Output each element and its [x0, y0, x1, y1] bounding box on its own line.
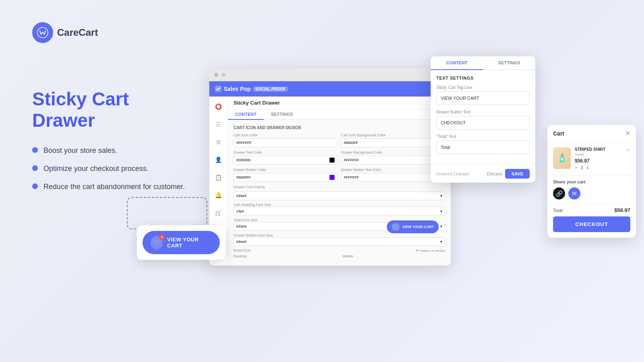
color-fields-row1: Cart Icon Color #FFFFFF Cart Icon Backgr…: [233, 133, 445, 147]
cart-drawer-title: Cart: [553, 130, 564, 137]
share-icon-email[interactable]: ✉: [568, 187, 580, 200]
product-remove[interactable]: ✕: [626, 147, 630, 170]
small-cart-btn[interactable]: 🛒 VIEW YOUR CART: [387, 220, 439, 233]
sidebar-icon-4[interactable]: 👤: [213, 154, 224, 165]
cart-icon-bg-label: Cart Icon Background Color: [341, 133, 445, 137]
color-fields-row3: Drawer Button Color #6600FF Drawer Butto…: [233, 168, 445, 182]
drawer-text-input[interactable]: #000000: [233, 156, 338, 165]
drawer-btn-text-label: Drawer Button Text Color: [341, 168, 445, 172]
popup-field-total-label: "Total" Text: [436, 134, 530, 139]
qty-value: 3: [580, 165, 583, 170]
drawer-text-color-field: Drawer Text Color #000000: [233, 150, 338, 165]
sidebar-icon-5[interactable]: 📋: [213, 172, 224, 183]
cart-drawer-close[interactable]: ✕: [625, 130, 630, 137]
browser-dot-1: [214, 73, 218, 77]
drawer-bg-input[interactable]: #FFFFFF: [341, 156, 445, 165]
content-area: Sticky Cart Drawer ON CONTENT SETTINGS C…: [228, 97, 451, 265]
left-content: Sticky Cart Drawer Boost your store sale…: [32, 88, 185, 192]
qty-minus[interactable]: −: [575, 165, 577, 170]
save-button[interactable]: SAVE: [505, 169, 530, 179]
sidebar-icon-2[interactable]: ☰: [213, 119, 224, 130]
discard-button[interactable]: Discard: [487, 171, 502, 176]
cart-widget: 🛒 3 VIEW YOUR CART: [137, 225, 225, 260]
position-label: POSITION: [233, 249, 251, 253]
tab-row: CONTENT SETTINGS: [228, 109, 451, 120]
cart-product-row: 🧴 STRIPED SHIRT Small $56.97 − 3 + ✕: [547, 142, 636, 175]
heading-size-label: Cart Heading Font Size: [233, 203, 445, 207]
header-badge: SOCIAL PROOF: [253, 86, 288, 92]
total-row: Total: $56.97: [547, 204, 636, 216]
popup-tabs: CONTENT SETTINGS: [431, 56, 535, 70]
heading-size-select[interactable]: 14px ▾: [233, 207, 445, 216]
btn-size-select[interactable]: Inherit ▾: [233, 237, 445, 246]
share-title: Share your cart: [553, 179, 630, 184]
total-amount: $56.97: [614, 207, 630, 213]
product-qty: − 3 +: [575, 165, 622, 170]
settings-panel: CART ICON AND DRAWER DESIGN Cart Icon Co…: [228, 120, 451, 259]
popup-field-btn-text: Drawer Button Text CHECKOUT: [436, 110, 530, 130]
popup-field-tagline: Sticky Cart Tag Line VIEW YOUR CART: [436, 85, 530, 105]
logo-icon: [32, 22, 53, 43]
bullet-2: [32, 165, 38, 171]
cart-icon-color-input[interactable]: #FFFFFF: [233, 138, 338, 147]
tab-content[interactable]: CONTENT: [228, 109, 264, 120]
popup-body: TEXT SETTINGS Sticky Cart Tag Line VIEW …: [431, 70, 535, 165]
desktop-position: Desktop: [233, 254, 336, 259]
drawer-bg-field: Drawer Background Color #FFFFFF: [341, 150, 445, 165]
popup-field-total-text: "Total" Text Total: [436, 134, 530, 154]
mockup-container: Sales Pop SOCIAL PROOF ⭕ ☰ ⊞ 👤 📋 🔔 🛒 🛍️ …: [209, 56, 559, 265]
total-label: Total:: [553, 208, 564, 213]
text-swatch: [329, 157, 335, 163]
popup-tab-settings[interactable]: SETTINGS: [483, 56, 535, 69]
cart-icon-bg-input[interactable]: #6600FF: [341, 138, 445, 147]
drawer-text-label: Drawer Text Color: [233, 150, 338, 154]
product-name: STRIPED SHIRT: [575, 147, 622, 152]
product-variant: Small: [575, 152, 622, 156]
btn-swatch: [329, 175, 335, 180]
drawer-btn-color-input[interactable]: #6600FF: [233, 173, 338, 182]
checkout-button[interactable]: CHECKOUT: [553, 216, 630, 232]
qty-plus[interactable]: +: [586, 165, 589, 170]
popup-field-total-input[interactable]: Total: [436, 140, 530, 154]
feature-item-1: Boost your store sales.: [32, 146, 185, 156]
font-family-select[interactable]: Inherit ▾: [233, 191, 445, 200]
cart-widget-button[interactable]: 🛒 3 VIEW YOUR CART: [142, 231, 220, 254]
popup-section-title: TEXT SETTINGS: [436, 76, 530, 80]
logo-area: CareCart: [32, 22, 98, 43]
app-logo: Sales Pop SOCIAL PROOF: [215, 86, 288, 92]
popup-field-tagline-label: Sticky Cart Tag Line: [436, 85, 530, 90]
feature-item-2: Optimize your checkout process.: [32, 164, 185, 174]
sidebar-icon-1[interactable]: ⭕: [213, 101, 224, 112]
drawer-btn-text-input[interactable]: #FFFFFF: [341, 173, 445, 182]
popup-field-btn-input[interactable]: CHECKOUT: [436, 116, 530, 130]
color-fields-row2: Drawer Text Color #000000 Drawer Backgro…: [233, 150, 445, 165]
share-section: Share your cart 🔗 ✉: [547, 175, 636, 204]
tab-settings[interactable]: SETTINGS: [264, 109, 300, 120]
browser-dot-2: [221, 73, 225, 77]
cart-btn-text: VIEW YOUR CART: [167, 237, 212, 249]
popup-tab-content[interactable]: CONTENT: [431, 56, 483, 70]
drawer-btn-color-field: Drawer Button Color #6600FF: [233, 168, 338, 182]
sidebar-icon-3[interactable]: ⊞: [213, 137, 224, 147]
font-family-label: Drawer Font Family: [233, 185, 445, 189]
sidebar-icon-6[interactable]: 🔔: [213, 190, 224, 200]
small-cart-icon: 🛒: [392, 223, 400, 231]
settings-popup: CONTENT SETTINGS TEXT SETTINGS Sticky Ca…: [431, 56, 535, 183]
popup-field-btn-label: Drawer Button Text: [436, 110, 530, 114]
position-section: Desktop Mobile: [233, 254, 445, 259]
popup-field-tagline-input[interactable]: VIEW YOUR CART: [436, 91, 530, 105]
drawer-btn-color-label: Drawer Button Color: [233, 168, 338, 172]
drawer-bg-label: Drawer Background Color: [341, 150, 445, 154]
share-icons: 🔗 ✉: [553, 187, 630, 200]
cart-drawer-header: Cart ✕: [547, 125, 636, 142]
feature-item-3: Reduce the cart abandonment for customer…: [32, 182, 185, 192]
mobile-position: Mobile: [343, 254, 445, 259]
section-label: CART ICON AND DRAWER DESIGN: [233, 125, 445, 130]
share-icon-link[interactable]: 🔗: [553, 187, 565, 200]
sidebar-icon-7[interactable]: 🛒: [213, 208, 224, 218]
browser-topbar: [209, 68, 451, 81]
hidden-mobile: 👁Hidden on Mobile: [416, 249, 445, 253]
drawer-btn-text-field: Drawer Button Text Color #FFFFFF: [341, 168, 445, 182]
drawer-header: Sticky Cart Drawer ON: [228, 97, 451, 109]
app-header: Sales Pop SOCIAL PROOF: [209, 81, 451, 97]
